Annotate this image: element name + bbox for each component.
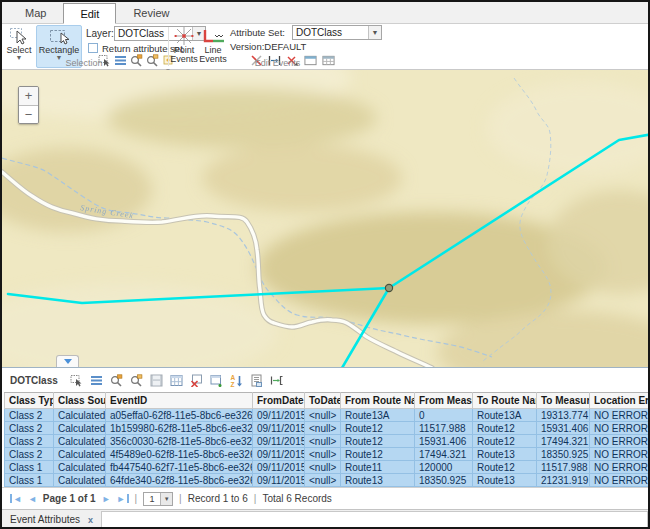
table-cell[interactable]: 15931.406 (537, 422, 590, 435)
table-cell[interactable]: 18350.925 (415, 474, 473, 487)
table-cell[interactable]: 09/11/2015 (253, 448, 305, 461)
column-header[interactable]: FromDate (253, 393, 305, 409)
table-cell[interactable]: NO ERROR (590, 435, 649, 448)
table-cell[interactable]: Route13 (473, 448, 537, 461)
column-header[interactable]: From Route Name (341, 393, 415, 409)
table-cell[interactable]: Route11 (341, 461, 415, 474)
table-menu-icon[interactable] (90, 373, 104, 387)
table-cell[interactable]: Class 1 (5, 461, 54, 474)
table-row[interactable]: Class 1Calculated64fde340-62f8-11e5-8bc6… (5, 474, 649, 487)
table-cell[interactable]: 15931.406 (415, 435, 473, 448)
tab-map[interactable]: Map (8, 2, 63, 23)
table-cell[interactable]: Class 2 (5, 448, 54, 461)
table-cell[interactable]: Route12 (341, 435, 415, 448)
table-cell[interactable]: Calculated (54, 474, 106, 487)
table-cell[interactable]: Route13A (473, 409, 537, 422)
close-tab-icon[interactable]: x (88, 515, 93, 525)
zoom-in-button[interactable]: + (19, 87, 38, 105)
column-header[interactable]: ToDate (305, 393, 341, 409)
table-sort-icon[interactable]: AZ (230, 373, 244, 387)
panel-collapse-button[interactable] (56, 355, 79, 367)
column-header[interactable]: From Measure (415, 393, 473, 409)
table-cell[interactable]: 09/11/2015 (253, 409, 305, 422)
map-view[interactable]: Spring Creek + − (2, 70, 648, 368)
tab-edit[interactable]: Edit (63, 3, 116, 24)
table-cell[interactable]: 1b159980-62f8-11e5-8bc6-ee32641d5ec9 (106, 422, 253, 435)
table-cell[interactable]: Route13A (341, 409, 415, 422)
table-save-icon[interactable] (150, 373, 164, 387)
table-cell[interactable]: a05effa0-62f8-11e5-8bc6-ee32641d5ec9 (106, 409, 253, 422)
table-cell[interactable]: NO ERROR (590, 461, 649, 474)
table-cell[interactable]: 09/11/2015 (253, 461, 305, 474)
table-cell[interactable]: Route13 (473, 474, 537, 487)
table-cell[interactable]: <null> (305, 435, 341, 448)
table-cell[interactable]: <null> (305, 448, 341, 461)
column-header[interactable]: Class Type (5, 393, 54, 409)
table-cell[interactable]: 0 (415, 409, 473, 422)
table-cell[interactable]: 120000 (415, 461, 473, 474)
table-cell[interactable]: NO ERROR (590, 474, 649, 487)
table-cell[interactable]: NO ERROR (590, 448, 649, 461)
table-pan-to-selection-icon[interactable] (130, 373, 144, 387)
table-cell[interactable]: 21231.919 (537, 474, 590, 487)
tab-review[interactable]: Review (116, 2, 186, 23)
table-attribute-page-icon[interactable] (250, 373, 264, 387)
next-page-button[interactable]: ► (102, 494, 111, 504)
table-cell[interactable]: Route13 (341, 474, 415, 487)
zoom-out-button[interactable]: − (19, 105, 38, 123)
last-page-button[interactable]: ► (117, 494, 129, 504)
table-cell[interactable]: 09/11/2015 (253, 422, 305, 435)
table-row[interactable]: Class 2Calculated1b159980-62f8-11e5-8bc6… (5, 422, 649, 435)
table-cell[interactable]: Calculated (54, 422, 106, 435)
table-cell[interactable]: <null> (305, 422, 341, 435)
table-cell[interactable]: Class 1 (5, 474, 54, 487)
return-attribute-set-checkbox[interactable] (88, 43, 98, 53)
table-cell[interactable]: 356c0030-62f8-11e5-8bc6-ee32641d5ec9 (106, 435, 253, 448)
table-remove-record-icon[interactable] (190, 373, 204, 387)
table-cell[interactable]: 09/11/2015 (253, 435, 305, 448)
table-cell[interactable]: NO ERROR (590, 422, 649, 435)
page-number-dropdown-arrow[interactable]: ▼ (160, 493, 172, 505)
table-cell[interactable]: Route12 (473, 435, 537, 448)
table-ranges-icon[interactable] (270, 373, 284, 387)
table-zoom-to-selection-icon[interactable] (110, 373, 124, 387)
column-header[interactable]: Class Source (54, 393, 106, 409)
column-header[interactable]: To Measure (537, 393, 590, 409)
attribute-set-dropdown[interactable]: DOTClass ▼ (292, 25, 382, 40)
table-cell[interactable]: fb447540-62f7-11e5-8bc6-ee32641d5ec9 (106, 461, 253, 474)
table-row[interactable]: Class 2Calculateda05effa0-62f8-11e5-8bc6… (5, 409, 649, 422)
table-cell[interactable]: <null> (305, 409, 341, 422)
tab-event-attributes[interactable]: Event Attributes x (2, 510, 101, 529)
column-header[interactable]: Location Error (590, 393, 649, 409)
table-cell[interactable]: <null> (305, 474, 341, 487)
column-header[interactable]: EventID (106, 393, 253, 409)
table-row[interactable]: Class 1Calculatedfb447540-62f7-11e5-8bc6… (5, 461, 649, 474)
table-row[interactable]: Class 2Calculated356c0030-62f8-11e5-8bc6… (5, 435, 649, 448)
table-cell[interactable]: Class 2 (5, 422, 54, 435)
table-cell[interactable]: Route12 (341, 448, 415, 461)
table-cell[interactable]: 11517.988 (415, 422, 473, 435)
table-cell[interactable]: 09/11/2015 (253, 474, 305, 487)
table-cell[interactable]: 17494.321 (537, 435, 590, 448)
table-cell[interactable]: Class 2 (5, 409, 54, 422)
table-cell[interactable]: Route12 (473, 422, 537, 435)
table-cell[interactable]: NO ERROR (590, 409, 649, 422)
first-page-button[interactable]: ◄ (10, 494, 22, 504)
table-cell[interactable]: Calculated (54, 435, 106, 448)
table-row[interactable]: Class 2Calculated4f5489e0-62f8-11e5-8bc6… (5, 448, 649, 461)
table-cell[interactable]: <null> (305, 461, 341, 474)
attribute-set-dropdown-arrow[interactable]: ▼ (368, 26, 381, 39)
page-number-select[interactable]: 1 ▼ (143, 492, 173, 506)
table-add-record-icon[interactable] (210, 373, 224, 387)
table-cell[interactable]: 4f5489e0-62f8-11e5-8bc6-ee32641d5ec9 (106, 448, 253, 461)
table-cell[interactable]: 11517.988 (537, 461, 590, 474)
table-select-tool-icon[interactable] (70, 373, 84, 387)
table-view-icon[interactable] (170, 373, 184, 387)
table-cell[interactable]: Calculated (54, 461, 106, 474)
table-cell[interactable]: 64fde340-62f8-11e5-8bc6-ee32641d5ec9 (106, 474, 253, 487)
table-cell[interactable]: Class 2 (5, 435, 54, 448)
table-cell[interactable]: 19313.774 (537, 409, 590, 422)
table-cell[interactable]: Calculated (54, 448, 106, 461)
table-cell[interactable]: 17494.321 (415, 448, 473, 461)
table-cell[interactable]: Route12 (473, 461, 537, 474)
